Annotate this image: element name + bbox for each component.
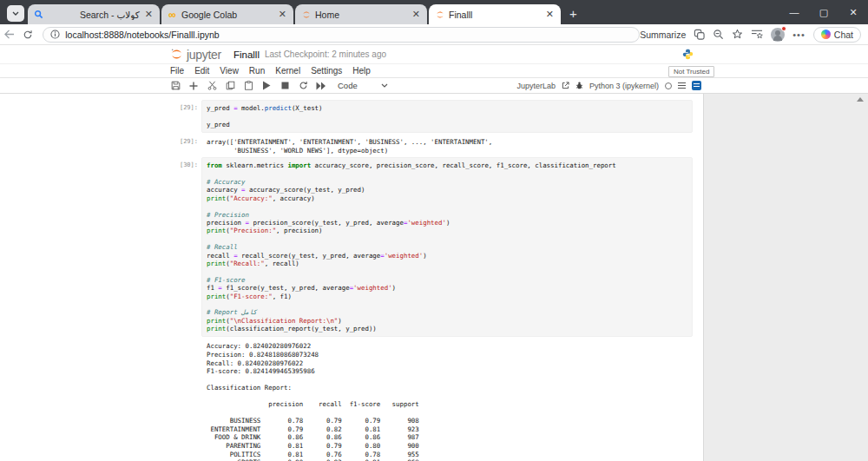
menu-file[interactable]: File bbox=[170, 66, 192, 76]
browser-titlebar: Search - كولاب ✕ ∞ Google Colab ✕ Home ✕… bbox=[0, 0, 868, 24]
minimize-button[interactable]: — bbox=[779, 7, 809, 17]
notebook-header: jupyter Finalll Last Checkpoint: 2 minut… bbox=[0, 45, 868, 64]
search-favicon-icon bbox=[33, 9, 44, 20]
browser-tab-home[interactable]: Home ✕ bbox=[295, 4, 427, 24]
address-bar-actions: Summarize ••• Chat bbox=[640, 27, 868, 43]
code-input[interactable]: y_pred = model.predict(X_test) y_pred bbox=[201, 100, 693, 133]
window-controls: — ▢ ✕ bbox=[779, 0, 868, 24]
code-text: from sklearn.metrics import accuracy_sco… bbox=[207, 161, 687, 333]
jupyter-logo-text[interactable]: jupyter bbox=[187, 48, 221, 62]
cut-cell-button[interactable] bbox=[207, 81, 217, 91]
notebook-mode-icon[interactable] bbox=[692, 81, 701, 90]
page-background-pane bbox=[703, 94, 868, 461]
browser-tab-colab[interactable]: ∞ Google Colab ✕ bbox=[161, 4, 293, 24]
copilot-icon bbox=[821, 30, 831, 39]
refresh-icon[interactable] bbox=[19, 30, 38, 40]
menu-edit[interactable]: Edit bbox=[194, 66, 217, 76]
trust-status-button[interactable]: Not Trusted bbox=[668, 66, 714, 77]
tab-close-icon[interactable]: ✕ bbox=[277, 9, 288, 20]
back-icon[interactable] bbox=[0, 30, 19, 39]
restart-kernel-button[interactable] bbox=[298, 81, 308, 91]
notebook-toolbar: Code JupyterLab Python 3 (ipykernel) bbox=[0, 78, 868, 94]
jupyter-logo-icon bbox=[169, 47, 184, 62]
zoom-out-icon[interactable] bbox=[713, 29, 724, 40]
kernel-name[interactable]: Python 3 (ipykernel) bbox=[589, 82, 659, 90]
chevron-down-icon bbox=[12, 11, 19, 16]
colab-favicon-icon: ∞ bbox=[167, 9, 178, 20]
notebook-content: [29]:y_pred = model.predict(X_test) y_pr… bbox=[0, 94, 868, 461]
copilot-chat-button[interactable]: Chat bbox=[813, 27, 861, 43]
close-window-button[interactable]: ✕ bbox=[838, 7, 868, 18]
tab-title: Search - كولاب bbox=[44, 10, 143, 20]
code-text: y_pred = model.predict(X_test) y_pred bbox=[207, 104, 687, 128]
paste-cell-button[interactable] bbox=[243, 81, 253, 91]
chat-label: Chat bbox=[834, 30, 853, 40]
avatar-person-icon bbox=[775, 30, 780, 36]
jupyter-favicon-icon bbox=[300, 9, 312, 20]
python-logo-icon bbox=[682, 49, 694, 60]
profile-avatar[interactable] bbox=[771, 28, 785, 42]
tab-close-icon[interactable]: ✕ bbox=[143, 9, 155, 20]
avatar-person-icon bbox=[773, 36, 782, 41]
summarize-button[interactable]: Summarize bbox=[640, 30, 686, 40]
browser-address-bar: localhost:8888/notebooks/Finalll.ipynb S… bbox=[0, 24, 868, 45]
tab-title: Finalll bbox=[445, 10, 544, 20]
code-input[interactable]: from sklearn.metrics import accuracy_sco… bbox=[201, 157, 693, 337]
url-bar[interactable]: localhost:8888/notebooks/Finalll.ipynb bbox=[43, 27, 640, 43]
toolbar-right: JupyterLab Python 3 (ipykernel) bbox=[516, 81, 701, 90]
output-text: array(['ENTERTAINMENT', 'ENTERTAINMENT',… bbox=[201, 137, 492, 155]
cell-type-dropdown[interactable]: Code bbox=[338, 81, 358, 90]
menu-kernel[interactable]: Kernel bbox=[275, 66, 308, 76]
kernel-status-icon[interactable] bbox=[665, 82, 672, 89]
collections-icon[interactable] bbox=[751, 29, 763, 40]
output-prompt: [29]: bbox=[170, 137, 198, 155]
output-text: Accuracy: 0.824020280976022 Precision: 0… bbox=[201, 341, 419, 461]
favorites-star-icon[interactable] bbox=[732, 29, 743, 40]
url-text: localhost:8888/notebooks/Finalll.ipynb bbox=[65, 30, 219, 40]
restart-run-all-button[interactable] bbox=[316, 81, 326, 91]
hamburger-menu-icon[interactable] bbox=[678, 82, 686, 89]
menu-view[interactable]: View bbox=[220, 66, 247, 76]
tab-search-button[interactable] bbox=[7, 5, 24, 22]
tab-title: Google Colab bbox=[178, 10, 277, 20]
external-link-icon[interactable] bbox=[562, 82, 569, 89]
input-prompt: [29]: bbox=[170, 100, 198, 133]
more-menu-icon[interactable]: ••• bbox=[792, 30, 806, 40]
jupyter-favicon-icon bbox=[434, 9, 445, 20]
notebook-title[interactable]: Finalll bbox=[233, 49, 260, 60]
debugger-bug-icon[interactable] bbox=[575, 82, 583, 89]
interrupt-kernel-button[interactable] bbox=[279, 81, 290, 91]
notebook-menubar: File Edit View Run Kernel Settings Help … bbox=[0, 64, 868, 78]
save-button[interactable] bbox=[170, 81, 181, 91]
output-prompt bbox=[170, 341, 198, 461]
browser-tab-finalll-active[interactable]: Finalll ✕ bbox=[429, 4, 561, 24]
open-in-jupyterlab-link[interactable]: JupyterLab bbox=[516, 82, 556, 90]
tab-close-icon[interactable]: ✕ bbox=[544, 9, 556, 20]
new-tab-button[interactable]: + bbox=[569, 7, 577, 20]
copy-cell-button[interactable] bbox=[225, 81, 235, 91]
tab-title: Home bbox=[312, 10, 411, 20]
menu-settings[interactable]: Settings bbox=[311, 66, 350, 76]
notification-dot bbox=[781, 26, 786, 31]
input-prompt: [30]: bbox=[170, 157, 198, 337]
site-info-icon[interactable] bbox=[50, 30, 60, 39]
scrollbar-up-icon[interactable] bbox=[857, 97, 864, 102]
menu-run[interactable]: Run bbox=[249, 66, 273, 76]
summarize-icon[interactable] bbox=[694, 29, 705, 40]
checkpoint-status: Last Checkpoint: 2 minutes ago bbox=[265, 49, 386, 59]
menu-help[interactable]: Help bbox=[352, 66, 378, 76]
run-cell-button[interactable] bbox=[261, 81, 272, 91]
maximize-button[interactable]: ▢ bbox=[809, 7, 838, 18]
browser-tab-search[interactable]: Search - كولاب ✕ bbox=[28, 4, 160, 24]
cell-type-chevron-icon[interactable] bbox=[379, 81, 390, 91]
add-cell-button[interactable] bbox=[188, 81, 199, 91]
tab-close-icon[interactable]: ✕ bbox=[411, 9, 422, 20]
